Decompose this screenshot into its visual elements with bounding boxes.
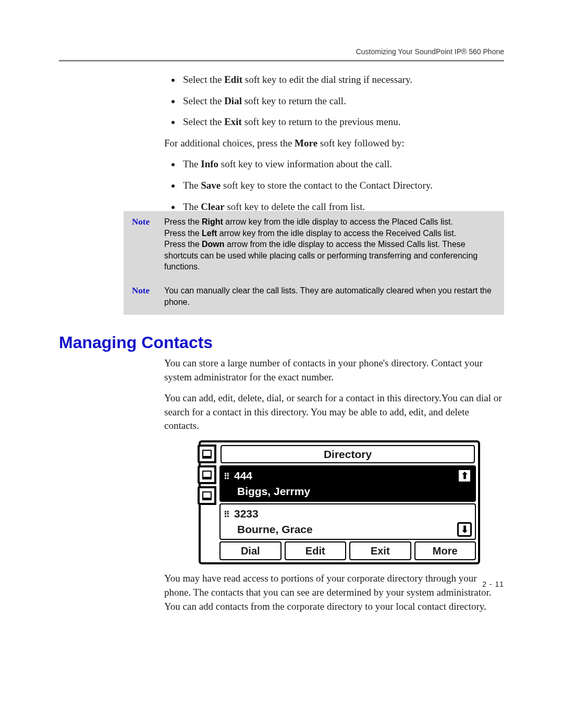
body-bottom: You can store a large number of contacts… xyxy=(164,356,504,621)
scroll-up-icon: ⬆ xyxy=(457,468,472,483)
list-item: The Info soft key to view information ab… xyxy=(181,157,504,171)
section-heading: Managing Contacts xyxy=(59,331,213,354)
note-block: Note Press the Right arrow key from the … xyxy=(124,211,504,280)
bullet-list-1: Select the Edit soft key to edit the dia… xyxy=(164,73,504,129)
header-rule xyxy=(59,60,504,61)
note-body: Press the Right arrow key from the idle … xyxy=(164,216,496,273)
softkey-exit: Exit xyxy=(349,541,411,560)
paragraph: For additional choices, press the More s… xyxy=(164,137,504,151)
lcd-tab-icon xyxy=(198,445,216,463)
phone-lcd-figure: Directory ⬆ 444 Biggs, Jerrmy ⬇ 3233 Bou… xyxy=(199,440,504,564)
note-body: You can manually clear the call lists. T… xyxy=(164,285,496,307)
bullet-list-2: The Info soft key to view information ab… xyxy=(164,157,504,214)
paragraph: You can add, edit, delete, dial, or sear… xyxy=(164,391,504,433)
scroll-down-icon: ⬇ xyxy=(457,522,472,537)
page: Customizing Your SoundPoint IP® 560 Phon… xyxy=(0,0,563,728)
running-head: Customizing Your SoundPoint IP® 560 Phon… xyxy=(356,47,504,57)
entry-name: Biggs, Jerrmy xyxy=(237,484,472,499)
note-label: Note xyxy=(132,216,164,273)
softkey-dial: Dial xyxy=(219,541,282,560)
entry-number: 444 xyxy=(224,470,252,482)
entry-name: Bourne, Grace xyxy=(237,522,472,537)
page-number: 2 - 11 xyxy=(482,579,504,590)
list-item: Select the Exit soft key to return to th… xyxy=(181,115,504,129)
list-item: The Save soft key to store the contact t… xyxy=(181,179,504,193)
paragraph: You can store a large number of contacts… xyxy=(164,356,504,384)
lcd-softkeys: Dial Edit Exit More xyxy=(219,541,476,560)
lcd-tab-icon xyxy=(198,486,216,505)
directory-entry-selected: ⬆ 444 Biggs, Jerrmy xyxy=(219,465,476,502)
phone-lcd: Directory ⬆ 444 Biggs, Jerrmy ⬇ 3233 Bou… xyxy=(199,440,480,564)
softkey-more: More xyxy=(414,541,476,560)
list-item: Select the Dial soft key to return the c… xyxy=(181,94,504,108)
entry-number: 3233 xyxy=(224,508,259,520)
lcd-tab-icon xyxy=(198,465,216,484)
directory-entry: ⬇ 3233 Bourne, Grace xyxy=(219,503,476,540)
note-label: Note xyxy=(132,285,164,307)
softkey-edit: Edit xyxy=(285,541,347,560)
list-item: Select the Edit soft key to edit the dia… xyxy=(181,73,504,87)
paragraph: You may have read access to portions of … xyxy=(164,572,504,613)
lcd-title: Directory xyxy=(221,445,475,463)
note-block: Note You can manually clear the call lis… xyxy=(124,280,504,315)
lcd-side-tabs xyxy=(198,445,214,507)
